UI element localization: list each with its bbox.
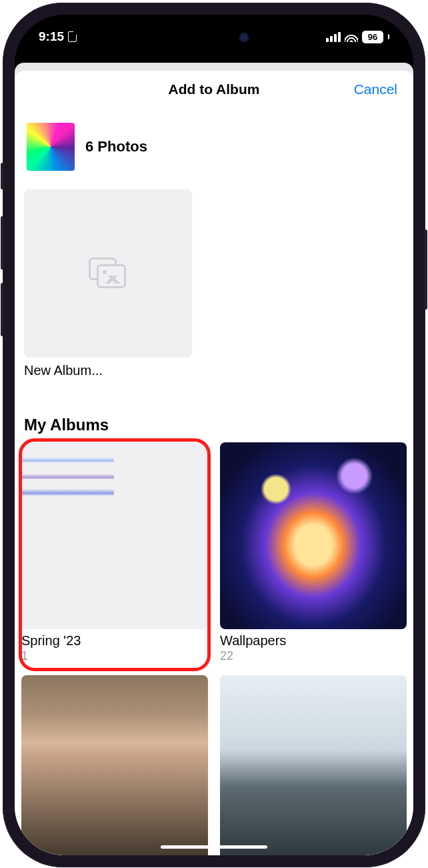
- album-item[interactable]: [220, 675, 407, 855]
- new-album-button[interactable]: New Album...: [20, 189, 207, 378]
- selection-summary: 6 Photos: [20, 108, 408, 189]
- selection-thumbnail: [27, 123, 75, 171]
- side-button: [424, 230, 427, 310]
- album-cover: [21, 675, 208, 855]
- add-to-album-sheet: Add to Album Cancel 6 Photos New Album..…: [15, 71, 413, 855]
- album-cover: [21, 442, 208, 629]
- album-name: Wallpapers: [220, 633, 407, 648]
- home-indicator[interactable]: [161, 845, 267, 849]
- camera-dot: [240, 33, 248, 41]
- side-button: [1, 283, 4, 336]
- selection-count: 6 Photos: [85, 138, 147, 155]
- status-time: 9:15: [39, 29, 64, 44]
- album-thumbnail-empty: [116, 537, 209, 630]
- my-albums-header: My Albums: [24, 416, 404, 434]
- album-count: 22: [220, 649, 407, 663]
- album-thumbnail: [21, 442, 114, 535]
- sim-icon: [68, 31, 77, 42]
- battery-icon: 96: [362, 31, 383, 43]
- cellular-icon: [326, 32, 341, 42]
- side-button: [1, 216, 4, 270]
- album-cover: [220, 675, 407, 855]
- sheet-title: Add to Album: [169, 81, 260, 97]
- phone-screen: 9:15 96 Add to Album Cancel 6 Photos: [15, 15, 413, 855]
- battery-tip: [388, 34, 389, 39]
- album-stack-icon: [89, 258, 127, 290]
- new-album-placeholder: [24, 189, 192, 358]
- side-button: [1, 163, 4, 189]
- album-item[interactable]: [21, 675, 208, 855]
- album-spring-23[interactable]: Spring '23 1: [21, 442, 208, 663]
- album-thumbnail-empty: [116, 442, 209, 535]
- wifi-icon: [345, 32, 358, 42]
- albums-grid: Spring '23 1 Wallpapers 22: [20, 442, 408, 855]
- album-thumbnail-empty: [21, 537, 114, 630]
- album-name: Spring '23: [21, 633, 208, 648]
- album-cover: [220, 442, 407, 629]
- album-wallpapers[interactable]: Wallpapers 22: [220, 442, 407, 663]
- album-count: 1: [21, 649, 208, 663]
- sheet-header: Add to Album Cancel: [20, 71, 408, 108]
- battery-level: 96: [368, 32, 377, 42]
- new-album-label: New Album...: [24, 363, 203, 378]
- dynamic-island: [165, 28, 263, 53]
- cancel-button[interactable]: Cancel: [354, 81, 397, 97]
- phone-frame: 9:15 96 Add to Album Cancel 6 Photos: [3, 3, 425, 867]
